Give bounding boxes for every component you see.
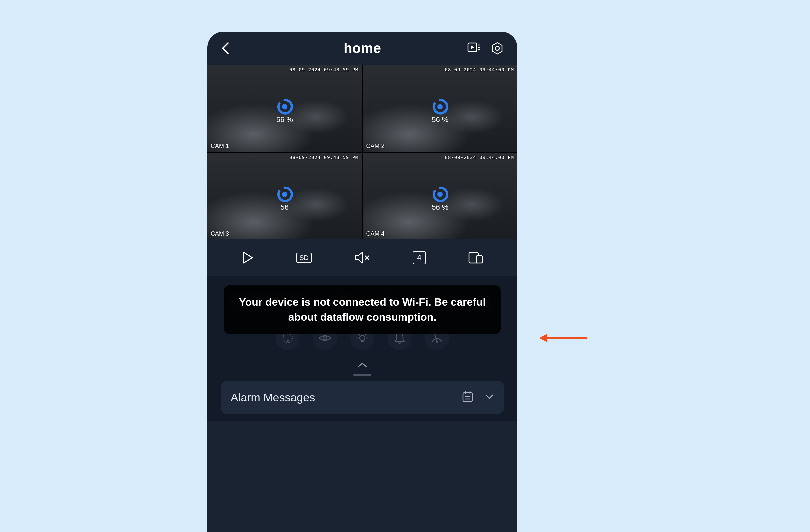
app-screen: home 08-09-2024 09:43	[207, 32, 517, 532]
camera-load-percent: 56 %	[432, 115, 448, 124]
mute-button[interactable]	[354, 251, 370, 264]
calendar-button[interactable]	[462, 391, 473, 404]
video-toolbar: SD 4	[207, 239, 517, 276]
camera-timestamp: 08-09-2024 09:44:00 PM	[445, 155, 514, 160]
svg-point-25	[287, 340, 289, 342]
page-title: home	[344, 40, 381, 57]
controls-panel: Playback	[207, 276, 517, 421]
alarm-actions	[462, 391, 494, 404]
camera-tile-2[interactable]: 08-09-2024 09:44:00 PM 56 % CAM 2	[363, 65, 518, 152]
arrow-line	[547, 337, 587, 339]
app-header: home	[207, 32, 517, 65]
svg-point-28	[360, 335, 365, 341]
grid-count-selector[interactable]: 4	[413, 251, 426, 264]
camera-timestamp: 08-09-2024 09:43:59 PM	[289, 67, 358, 72]
collapse-controls-button[interactable]	[214, 353, 511, 373]
calendar-icon	[462, 391, 473, 403]
svg-point-6	[282, 104, 287, 109]
camera-label: CAM 2	[366, 143, 385, 150]
camera-timestamp: 08-09-2024 09:44:00 PM	[445, 67, 514, 72]
grid-count-label: 4	[413, 251, 426, 264]
svg-marker-4	[493, 43, 502, 54]
svg-point-8	[282, 192, 287, 197]
annotation-arrow	[539, 334, 587, 342]
back-button[interactable]	[221, 42, 230, 55]
playlist-icon[interactable]	[467, 42, 481, 54]
svg-point-27	[324, 337, 326, 339]
alarm-messages-title: Alarm Messages	[231, 391, 315, 404]
quality-label: SD	[296, 253, 312, 263]
camera-label: CAM 4	[366, 230, 385, 237]
camera-load-percent: 56 %	[432, 203, 448, 212]
play-button[interactable]	[242, 251, 254, 264]
wifi-warning-toast: Your device is not connected to Wi-Fi. B…	[224, 285, 501, 334]
expand-alarm-button[interactable]	[485, 394, 494, 401]
camera-load-percent: 56 %	[276, 115, 293, 124]
camera-label: CAM 3	[211, 230, 229, 237]
svg-point-7	[437, 104, 443, 109]
svg-point-9	[437, 192, 443, 197]
drag-handle[interactable]	[353, 374, 371, 376]
loading-spinner-icon	[432, 99, 448, 115]
camera-tile-3[interactable]: 08-09-2024 09:43:59 PM 56 CAM 3	[207, 153, 362, 239]
svg-rect-37	[463, 393, 472, 402]
chevron-up-icon	[357, 361, 368, 368]
arrow-head-icon	[539, 334, 547, 342]
fullscreen-button[interactable]	[468, 252, 483, 264]
toast-message: Your device is not connected to Wi-Fi. B…	[239, 296, 486, 323]
settings-icon[interactable]	[491, 42, 504, 55]
camera-load-percent: 56	[281, 203, 289, 212]
camera-label: CAM 1	[211, 143, 229, 150]
alarm-messages-panel[interactable]: Alarm Messages	[221, 381, 504, 414]
quality-selector[interactable]: SD	[296, 253, 312, 263]
svg-point-5	[495, 46, 499, 50]
eye-icon	[318, 333, 332, 343]
camera-tile-4[interactable]: 08-09-2024 09:44:00 PM 56 % CAM 4	[363, 153, 518, 239]
camera-tile-1[interactable]: 08-09-2024 09:43:59 PM 56 % CAM 1	[207, 65, 362, 152]
svg-line-32	[358, 334, 360, 335]
camera-timestamp: 08-09-2024 09:43:59 PM	[289, 155, 358, 160]
wiper-icon	[431, 332, 443, 344]
svg-line-30	[365, 334, 366, 335]
svg-rect-13	[476, 256, 482, 263]
loading-spinner-icon	[277, 186, 293, 202]
loading-spinner-icon	[277, 99, 293, 115]
camera-grid: 08-09-2024 09:43:59 PM 56 % CAM 1 08-09-…	[207, 65, 517, 239]
svg-point-36	[436, 341, 438, 343]
loading-spinner-icon	[432, 186, 448, 202]
chevron-down-icon	[485, 394, 494, 400]
